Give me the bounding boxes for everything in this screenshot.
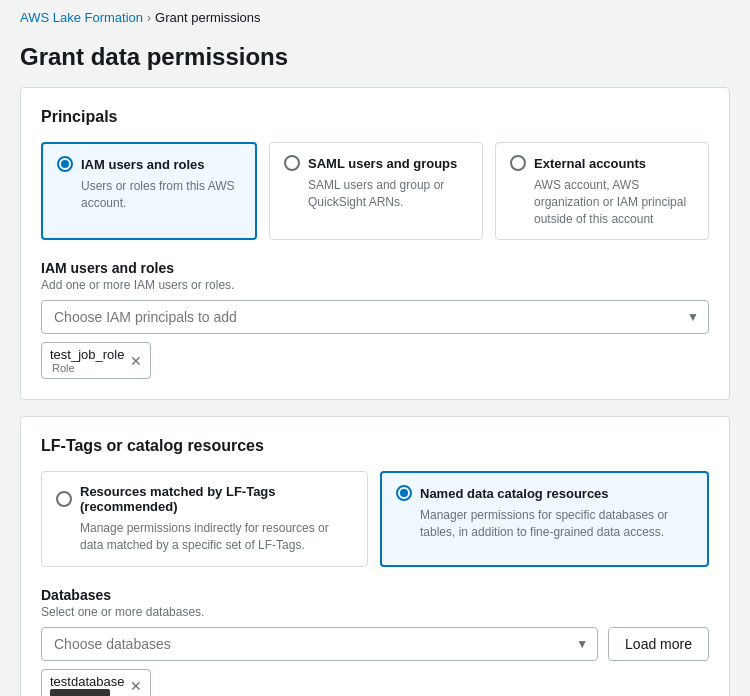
load-more-button[interactable]: Load more [608, 627, 709, 661]
iam-tag-value: test_job_role [50, 347, 124, 362]
lf-tags-option-named[interactable]: Named data catalog resources Manager per… [380, 471, 709, 567]
breadcrumb: AWS Lake Formation › Grant permissions [0, 0, 750, 35]
lf-tags-card: LF-Tags or catalog resources Resources m… [20, 416, 730, 696]
principals-option-iam[interactable]: IAM users and roles Users or roles from … [41, 142, 257, 240]
iam-tag-remove[interactable]: ✕ [130, 354, 142, 368]
lf-tags-option-named-desc: Manager permissions for specific databas… [396, 507, 693, 541]
iam-tags-row: test_job_role Role ✕ [41, 342, 709, 379]
databases-field-label: Databases [41, 587, 709, 603]
principals-card-title: Principals [41, 108, 709, 126]
page-title: Grant data permissions [0, 35, 750, 87]
principals-card: Principals IAM users and roles Users or … [20, 87, 730, 400]
principals-option-iam-desc: Users or roles from this AWS account. [57, 178, 241, 212]
lf-tags-option-lftags-desc: Manage permissions indirectly for resour… [56, 520, 353, 554]
radio-dot-iam [61, 160, 69, 168]
breadcrumb-current: Grant permissions [155, 10, 260, 25]
principals-option-external-label: External accounts [534, 156, 646, 171]
principals-option-external[interactable]: External accounts AWS account, AWS organ… [495, 142, 709, 240]
iam-field-section: IAM users and roles Add one or more IAM … [41, 260, 709, 379]
principals-option-saml-label: SAML users and groups [308, 156, 457, 171]
radio-dot-named [400, 489, 408, 497]
lf-tags-option-named-label: Named data catalog resources [420, 486, 609, 501]
radio-circle-named [396, 485, 412, 501]
databases-tags-row: testdatabase ✕ [41, 669, 709, 696]
principals-option-saml[interactable]: SAML users and groups SAML users and gro… [269, 142, 483, 240]
radio-circle-saml [284, 155, 300, 171]
databases-dropdown[interactable] [41, 627, 598, 661]
lf-tags-card-title: LF-Tags or catalog resources [41, 437, 709, 455]
databases-dropdown-wrapper: ▼ [41, 627, 598, 661]
principals-radio-group: IAM users and roles Users or roles from … [41, 142, 709, 240]
lf-tags-radio-group: Resources matched by LF-Tags (recommende… [41, 471, 709, 567]
iam-field-sublabel: Add one or more IAM users or roles. [41, 278, 709, 292]
iam-tag-type: Role [52, 362, 124, 374]
lf-tags-option-lftags[interactable]: Resources matched by LF-Tags (recommende… [41, 471, 368, 567]
iam-field-label: IAM users and roles [41, 260, 709, 276]
iam-tag-0: test_job_role Role ✕ [41, 342, 151, 379]
databases-tag-0: testdatabase ✕ [41, 669, 151, 696]
radio-circle-iam [57, 156, 73, 172]
databases-field-section: Databases Select one or more databases. … [41, 587, 709, 696]
principals-option-external-desc: AWS account, AWS organization or IAM pri… [510, 177, 694, 227]
breadcrumb-parent[interactable]: AWS Lake Formation [20, 10, 143, 25]
databases-field-sublabel: Select one or more databases. [41, 605, 709, 619]
lf-tags-option-lftags-label: Resources matched by LF-Tags (recommende… [80, 484, 353, 514]
breadcrumb-separator: › [147, 11, 151, 25]
iam-dropdown-wrapper: ▼ [41, 300, 709, 334]
iam-principals-dropdown[interactable] [41, 300, 709, 334]
databases-tag-remove[interactable]: ✕ [130, 679, 142, 693]
databases-row: ▼ Load more [41, 627, 709, 661]
radio-circle-external [510, 155, 526, 171]
databases-tag-redacted [50, 689, 110, 696]
databases-tag-value: testdatabase [50, 674, 124, 689]
radio-circle-lftags [56, 491, 72, 507]
principals-option-saml-desc: SAML users and group or QuickSight ARNs. [284, 177, 468, 211]
principals-option-iam-label: IAM users and roles [81, 157, 205, 172]
